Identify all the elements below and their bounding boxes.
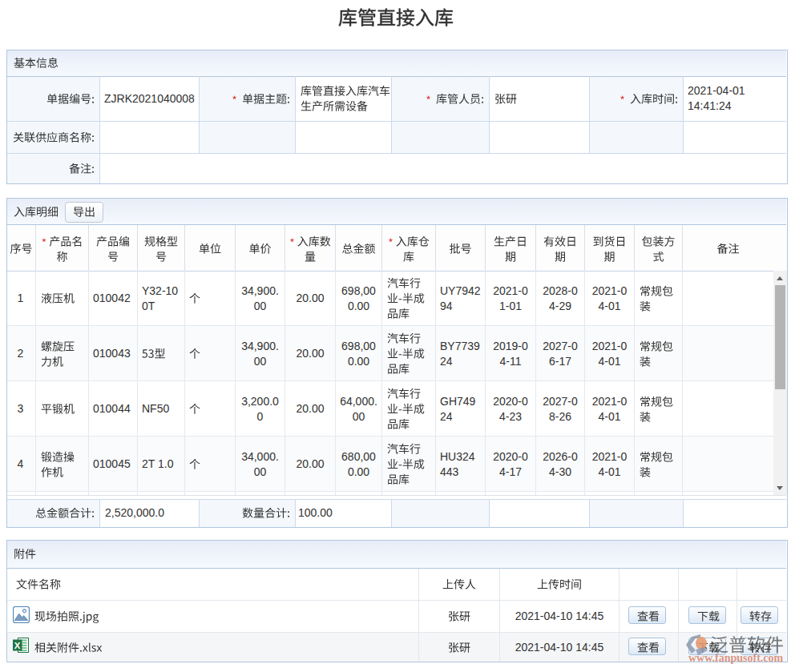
svg-text:X: X	[14, 641, 21, 650]
